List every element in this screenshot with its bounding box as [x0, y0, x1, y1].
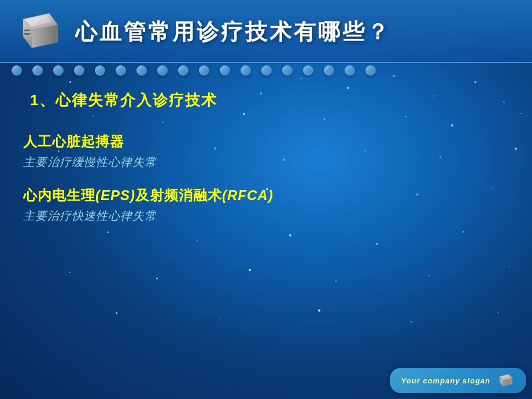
section-1-heading: 1、心律失常介入诊疗技术: [23, 86, 509, 115]
header-bar: 心血管常用诊疗技术有哪些？: [0, 0, 532, 64]
logo-icon: [12, 8, 64, 57]
decoration-dot: [157, 65, 168, 76]
decoration-dot: [199, 65, 209, 76]
decoration-dot: [116, 65, 126, 76]
decoration-dot: [12, 65, 22, 76]
item-pacemaker-subtitle: 主要治疗缓慢性心律失常: [23, 154, 509, 170]
item-pacemaker: 人工心脏起搏器 主要治疗缓慢性心律失常: [23, 132, 509, 170]
eps-bold1: (EPS): [95, 187, 135, 203]
eps-prefix: 心内电生理: [23, 187, 95, 203]
decoration-dot: [32, 65, 43, 76]
decoration-dot: [241, 65, 251, 76]
decoration-dot: [282, 65, 293, 76]
item-eps-rfca-title: 心内电生理(EPS)及射频消融术(RFCA): [23, 186, 509, 205]
svg-rect-4: [24, 29, 30, 31]
dots-row: [0, 62, 532, 79]
slogan-icon: [496, 372, 515, 389]
decoration-dot: [324, 65, 334, 76]
decoration-dot: [345, 65, 355, 76]
eps-mid: 及射频消融术: [135, 187, 222, 203]
slogan-text: Your company slogan: [401, 376, 490, 385]
decoration-dot: [220, 65, 230, 76]
decoration-dot: [178, 65, 189, 76]
decoration-dot: [365, 65, 376, 76]
decoration-dot: [261, 65, 272, 76]
item-eps-rfca: 心内电生理(EPS)及射频消融术(RFCA) 主要治疗快速性心律失常: [23, 186, 509, 224]
main-content: 1、心律失常介入诊疗技术 人工心脏起搏器 主要治疗缓慢性心律失常 心内电生理(E…: [23, 86, 509, 364]
decoration-dot: [53, 65, 64, 76]
decoration-dot: [136, 65, 147, 76]
svg-rect-5: [24, 33, 30, 35]
decoration-dot: [95, 65, 105, 76]
item-eps-rfca-subtitle: 主要治疗快速性心律失常: [23, 208, 509, 224]
decoration-dot: [303, 65, 313, 76]
eps-bold2: (RFCA): [222, 187, 274, 203]
footer-slogan-bar: Your company slogan: [390, 368, 526, 393]
decoration-dot: [74, 65, 84, 76]
item-pacemaker-title: 人工心脏起搏器: [23, 132, 509, 151]
page-title: 心血管常用诊疗技术有哪些？: [75, 17, 391, 47]
